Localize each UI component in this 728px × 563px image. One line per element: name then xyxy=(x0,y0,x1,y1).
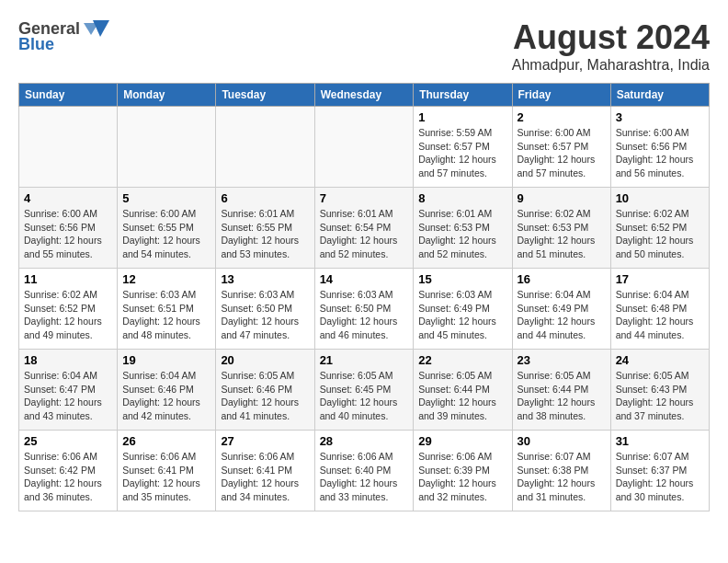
day-number: 27 xyxy=(221,434,309,448)
day-number: 31 xyxy=(616,434,704,448)
day-number: 6 xyxy=(221,191,309,205)
day-number: 25 xyxy=(24,434,112,448)
calendar-cell: 10Sunrise: 6:02 AMSunset: 6:52 PMDayligh… xyxy=(610,188,709,269)
weekday-header-thursday: Thursday xyxy=(414,84,512,107)
day-info: Sunrise: 6:01 AMSunset: 6:53 PMDaylight:… xyxy=(418,207,506,261)
day-number: 21 xyxy=(320,353,409,367)
day-number: 10 xyxy=(616,191,704,205)
weekday-header-sunday: Sunday xyxy=(19,84,118,107)
calendar-cell: 19Sunrise: 6:04 AMSunset: 6:46 PMDayligh… xyxy=(118,350,216,431)
logo: General Blue xyxy=(18,18,109,54)
day-info: Sunrise: 6:00 AMSunset: 6:56 PMDaylight:… xyxy=(24,207,112,261)
svg-marker-1 xyxy=(84,23,98,35)
day-number: 5 xyxy=(122,191,210,205)
calendar-cell: 12Sunrise: 6:03 AMSunset: 6:51 PMDayligh… xyxy=(118,269,216,350)
week-row-3: 11Sunrise: 6:02 AMSunset: 6:52 PMDayligh… xyxy=(19,269,710,350)
day-info: Sunrise: 6:07 AMSunset: 6:37 PMDaylight:… xyxy=(616,450,704,504)
day-info: Sunrise: 6:03 AMSunset: 6:49 PMDaylight:… xyxy=(418,288,506,342)
calendar-cell: 25Sunrise: 6:06 AMSunset: 6:42 PMDayligh… xyxy=(19,431,118,511)
day-info: Sunrise: 6:00 AMSunset: 6:56 PMDaylight:… xyxy=(616,126,704,180)
week-row-5: 25Sunrise: 6:06 AMSunset: 6:42 PMDayligh… xyxy=(19,431,710,511)
calendar-cell: 15Sunrise: 6:03 AMSunset: 6:49 PMDayligh… xyxy=(414,269,512,350)
calendar-cell: 26Sunrise: 6:06 AMSunset: 6:41 PMDayligh… xyxy=(118,431,216,511)
day-info: Sunrise: 6:04 AMSunset: 6:48 PMDaylight:… xyxy=(616,288,704,342)
calendar-cell: 30Sunrise: 6:07 AMSunset: 6:38 PMDayligh… xyxy=(512,431,610,511)
day-info: Sunrise: 5:59 AMSunset: 6:57 PMDaylight:… xyxy=(418,126,506,180)
calendar-cell: 29Sunrise: 6:06 AMSunset: 6:39 PMDayligh… xyxy=(414,431,512,511)
calendar-cell: 9Sunrise: 6:02 AMSunset: 6:53 PMDaylight… xyxy=(512,188,610,269)
weekday-header-row: SundayMondayTuesdayWednesdayThursdayFrid… xyxy=(19,84,710,107)
day-info: Sunrise: 6:04 AMSunset: 6:47 PMDaylight:… xyxy=(24,369,112,423)
day-info: Sunrise: 6:06 AMSunset: 6:40 PMDaylight:… xyxy=(320,450,409,504)
calendar-cell: 20Sunrise: 6:05 AMSunset: 6:46 PMDayligh… xyxy=(216,350,314,431)
week-row-2: 4Sunrise: 6:00 AMSunset: 6:56 PMDaylight… xyxy=(19,188,710,269)
logo-blue-text: Blue xyxy=(18,35,54,54)
day-info: Sunrise: 6:00 AMSunset: 6:55 PMDaylight:… xyxy=(122,207,210,261)
calendar-cell: 16Sunrise: 6:04 AMSunset: 6:49 PMDayligh… xyxy=(512,269,610,350)
day-info: Sunrise: 6:07 AMSunset: 6:38 PMDaylight:… xyxy=(518,450,606,504)
calendar-cell: 27Sunrise: 6:06 AMSunset: 6:41 PMDayligh… xyxy=(216,431,314,511)
day-number: 24 xyxy=(616,353,704,367)
day-info: Sunrise: 6:02 AMSunset: 6:52 PMDaylight:… xyxy=(616,207,704,261)
calendar-cell: 21Sunrise: 6:05 AMSunset: 6:45 PMDayligh… xyxy=(314,350,414,431)
weekday-header-monday: Monday xyxy=(118,84,216,107)
week-row-4: 18Sunrise: 6:04 AMSunset: 6:47 PMDayligh… xyxy=(19,350,710,431)
day-info: Sunrise: 6:02 AMSunset: 6:53 PMDaylight:… xyxy=(518,207,606,261)
day-number: 8 xyxy=(418,191,506,205)
day-info: Sunrise: 6:06 AMSunset: 6:41 PMDaylight:… xyxy=(221,450,309,504)
day-number: 26 xyxy=(122,434,210,448)
calendar-cell: 31Sunrise: 6:07 AMSunset: 6:37 PMDayligh… xyxy=(610,431,709,511)
calendar-cell: 3Sunrise: 6:00 AMSunset: 6:56 PMDaylight… xyxy=(610,107,709,188)
day-number: 15 xyxy=(418,272,506,286)
page-header: General Blue August 2024 Ahmadpur, Mahar… xyxy=(18,18,710,74)
day-info: Sunrise: 6:06 AMSunset: 6:39 PMDaylight:… xyxy=(418,450,506,504)
day-info: Sunrise: 6:03 AMSunset: 6:51 PMDaylight:… xyxy=(122,288,210,342)
location-title: Ahmadpur, Maharashtra, India xyxy=(512,57,710,74)
calendar-cell xyxy=(216,107,314,188)
logo-icon xyxy=(84,18,109,39)
calendar-cell: 22Sunrise: 6:05 AMSunset: 6:44 PMDayligh… xyxy=(414,350,512,431)
day-number: 13 xyxy=(221,272,309,286)
calendar-cell: 8Sunrise: 6:01 AMSunset: 6:53 PMDaylight… xyxy=(414,188,512,269)
calendar-cell xyxy=(314,107,414,188)
day-info: Sunrise: 6:01 AMSunset: 6:55 PMDaylight:… xyxy=(221,207,309,261)
day-info: Sunrise: 6:05 AMSunset: 6:44 PMDaylight:… xyxy=(518,369,606,423)
day-number: 12 xyxy=(122,272,210,286)
calendar-cell: 4Sunrise: 6:00 AMSunset: 6:56 PMDaylight… xyxy=(19,188,118,269)
day-info: Sunrise: 6:00 AMSunset: 6:57 PMDaylight:… xyxy=(518,126,606,180)
calendar-cell xyxy=(118,107,216,188)
day-number: 30 xyxy=(518,434,606,448)
day-number: 20 xyxy=(221,353,309,367)
day-info: Sunrise: 6:05 AMSunset: 6:46 PMDaylight:… xyxy=(221,369,309,423)
calendar-cell xyxy=(19,107,118,188)
day-info: Sunrise: 6:06 AMSunset: 6:41 PMDaylight:… xyxy=(122,450,210,504)
day-info: Sunrise: 6:05 AMSunset: 6:44 PMDaylight:… xyxy=(418,369,506,423)
day-number: 2 xyxy=(518,110,606,124)
calendar-cell: 11Sunrise: 6:02 AMSunset: 6:52 PMDayligh… xyxy=(19,269,118,350)
calendar-cell: 6Sunrise: 6:01 AMSunset: 6:55 PMDaylight… xyxy=(216,188,314,269)
day-number: 3 xyxy=(616,110,704,124)
calendar-cell: 24Sunrise: 6:05 AMSunset: 6:43 PMDayligh… xyxy=(610,350,709,431)
day-info: Sunrise: 6:05 AMSunset: 6:45 PMDaylight:… xyxy=(320,369,409,423)
weekday-header-tuesday: Tuesday xyxy=(216,84,314,107)
day-info: Sunrise: 6:03 AMSunset: 6:50 PMDaylight:… xyxy=(221,288,309,342)
day-number: 22 xyxy=(418,353,506,367)
day-info: Sunrise: 6:03 AMSunset: 6:50 PMDaylight:… xyxy=(320,288,409,342)
day-number: 17 xyxy=(616,272,704,286)
day-number: 11 xyxy=(24,272,112,286)
week-row-1: 1Sunrise: 5:59 AMSunset: 6:57 PMDaylight… xyxy=(19,107,710,188)
day-info: Sunrise: 6:04 AMSunset: 6:49 PMDaylight:… xyxy=(518,288,606,342)
day-number: 28 xyxy=(320,434,409,448)
day-info: Sunrise: 6:01 AMSunset: 6:54 PMDaylight:… xyxy=(320,207,409,261)
day-number: 18 xyxy=(24,353,112,367)
calendar-cell: 14Sunrise: 6:03 AMSunset: 6:50 PMDayligh… xyxy=(314,269,414,350)
calendar-cell: 1Sunrise: 5:59 AMSunset: 6:57 PMDaylight… xyxy=(414,107,512,188)
day-number: 4 xyxy=(24,191,112,205)
svg-marker-0 xyxy=(93,20,109,37)
day-info: Sunrise: 6:04 AMSunset: 6:46 PMDaylight:… xyxy=(122,369,210,423)
day-info: Sunrise: 6:06 AMSunset: 6:42 PMDaylight:… xyxy=(24,450,112,504)
calendar-cell: 17Sunrise: 6:04 AMSunset: 6:48 PMDayligh… xyxy=(610,269,709,350)
day-number: 16 xyxy=(518,272,606,286)
calendar-cell: 2Sunrise: 6:00 AMSunset: 6:57 PMDaylight… xyxy=(512,107,610,188)
day-number: 29 xyxy=(418,434,506,448)
